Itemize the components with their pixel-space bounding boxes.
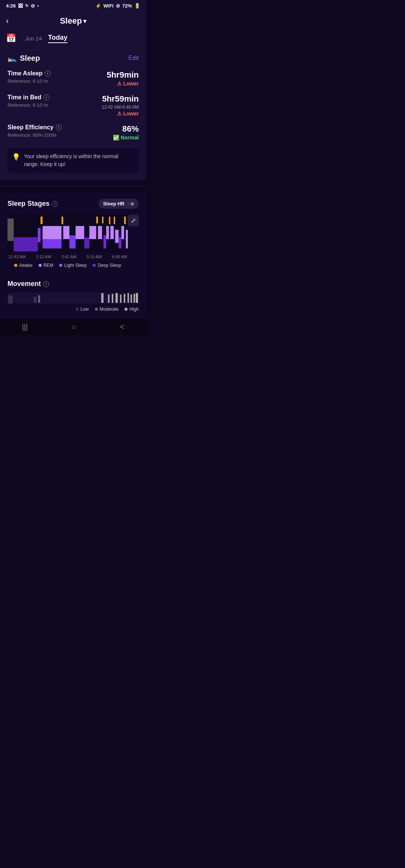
time-in-bed-sub: 12:42 AM-6:40 AM [102,105,139,110]
time-in-bed-status: ⚠ Lower [102,111,139,117]
legend-rem: REM [39,263,54,268]
svg-rect-26 [8,292,139,304]
time-in-bed-row: Time in Bed i Reference: 6-10 hr 5hr59mi… [8,94,139,117]
time-asleep-name: Time Asleep i [8,70,51,77]
sleep-stages-header: Sleep Stages i Sleep HR [8,199,139,209]
svg-rect-23 [122,226,124,239]
time-asleep-value-group: 5hr9min ⚠ Lower [106,70,139,87]
dnd-icon: ⊖ [31,3,35,9]
bluetooth-icon: ⚡ [95,3,101,9]
nav-home-icon[interactable]: ○ [72,323,76,331]
battery-text: 72% [122,3,132,9]
low-dot [76,308,79,311]
awake-dot [14,264,17,267]
time: 4:26 [6,3,16,9]
movement-section: Movement i Low [0,274,146,318]
svg-rect-9 [69,235,76,248]
movement-svg [8,292,139,304]
sleep-efficiency-reference: Reference: 80%-100% [8,132,62,138]
tip-bulb-icon: 💡 [12,153,20,161]
sleep-hr-toggle-switch[interactable] [128,202,134,206]
movement-title-text: Movement [8,280,41,288]
high-label: High [129,307,139,312]
bottom-nav-bar: ||| ○ < [0,318,146,334]
no-signal-icon: ⊘ [116,3,120,9]
svg-rect-34 [120,295,122,303]
chart-svg [8,215,128,252]
sleep-stages-info-icon[interactable]: i [52,201,58,207]
legend-awake: Awake [14,263,33,268]
photo-icon: 🖼 [18,3,23,9]
sleep-card-header: 🛌 Sleep Edit [8,54,139,63]
chart-time-3: 5:10 AM [87,254,102,259]
sleep-efficiency-label: Sleep Efficiency i Reference: 80%-100% [8,124,62,138]
svg-rect-6 [43,239,62,248]
nav-back-icon[interactable]: < [120,323,124,331]
back-button[interactable]: ‹ [6,16,9,26]
time-in-bed-value-group: 5hr59min 12:42 AM-6:40 AM ⚠ Lower [102,94,139,117]
movement-legend-high: High [124,307,139,312]
time-in-bed-reference: Reference: 6-10 hr [8,102,50,108]
sleep-hr-toggle[interactable]: Sleep HR [99,199,139,209]
svg-rect-27 [8,295,13,304]
svg-rect-29 [38,295,40,303]
expand-chart-button[interactable]: ⤢ [128,215,139,226]
sleep-efficiency-row: Sleep Efficiency i Reference: 80%-100% 8… [8,124,139,141]
chart-time-4: 6:40 AM [112,254,127,259]
svg-rect-16 [104,235,106,248]
sleep-tip-box: 💡 Your sleep efficiency is within the no… [8,148,139,173]
sleep-emoji-icon: 🛌 [8,54,17,63]
status-right: ⚡ WiFi ⊘ 72% 🔋 [95,3,140,9]
sleep-chart-container: 12:42 AM 2:12 AM 3:42 AM 5:10 AM 6:40 AM… [8,215,128,268]
wifi-icon: WiFi [104,3,114,9]
ok-icon-efficiency: ✅ [113,135,119,141]
svg-rect-28 [34,297,37,303]
sync-icon: ↻ [25,3,28,8]
edit-button[interactable]: Edit [128,55,139,61]
date-navigation: 📅 Jun 24 Today [0,30,146,48]
svg-rect-8 [63,226,70,239]
svg-rect-1 [8,218,14,241]
sleep-efficiency-status: ✅ Normal [113,135,139,141]
light-sleep-label: Light Sleep [64,263,87,268]
section-divider [0,186,146,187]
nav-menu-icon[interactable]: ||| [22,323,28,331]
battery-icon: 🔋 [134,3,140,9]
low-label: Low [81,307,89,312]
movement-title-container: Movement i [8,280,139,288]
moderate-label: Moderate [100,307,119,312]
calendar-icon[interactable]: 📅 [6,33,16,43]
svg-rect-21 [115,230,118,243]
rem-label: REM [44,263,54,268]
time-in-bed-label: Time in Bed i Reference: 6-10 hr [8,94,50,108]
svg-rect-19 [110,226,114,239]
header-title-text: Sleep [60,16,82,26]
svg-rect-14 [98,226,102,239]
legend-deep-sleep: Deep Sleep [93,263,121,268]
legend-light-sleep: Light Sleep [59,263,87,268]
status-left: 4:26 🖼 ↻ ⊖ ● [6,3,39,9]
moderate-dot [95,308,98,311]
time-in-bed-name: Time in Bed i [8,94,50,101]
chart-time-labels: 12:42 AM 2:12 AM 3:42 AM 5:10 AM 6:40 AM [8,254,128,259]
sleep-stages-title: Sleep Stages i [8,200,58,208]
previous-date[interactable]: Jun 24 [25,35,42,42]
chart-time-0: 12:42 AM [8,254,26,259]
current-date[interactable]: Today [48,34,68,43]
awake-label: Awake [19,263,33,268]
deep-sleep-label: Deep Sleep [98,263,121,268]
svg-rect-25 [126,230,128,248]
sleep-efficiency-value-group: 86% ✅ Normal [113,124,139,141]
sleep-card: 🛌 Sleep Edit Time Asleep i Reference: 6-… [0,48,146,180]
sleep-efficiency-info-icon[interactable]: i [56,124,62,130]
time-asleep-info-icon[interactable]: i [45,70,51,76]
chart-time-2: 3:42 AM [61,254,76,259]
sleep-hr-label: Sleep HR [103,201,124,207]
time-asleep-value: 5hr9min [106,70,139,80]
movement-info-icon[interactable]: i [43,281,49,287]
svg-rect-38 [134,294,135,303]
svg-rect-22 [118,237,121,248]
header-chevron-icon[interactable]: ▾ [83,18,86,25]
time-in-bed-info-icon[interactable]: i [44,94,50,100]
svg-rect-7 [62,217,63,224]
